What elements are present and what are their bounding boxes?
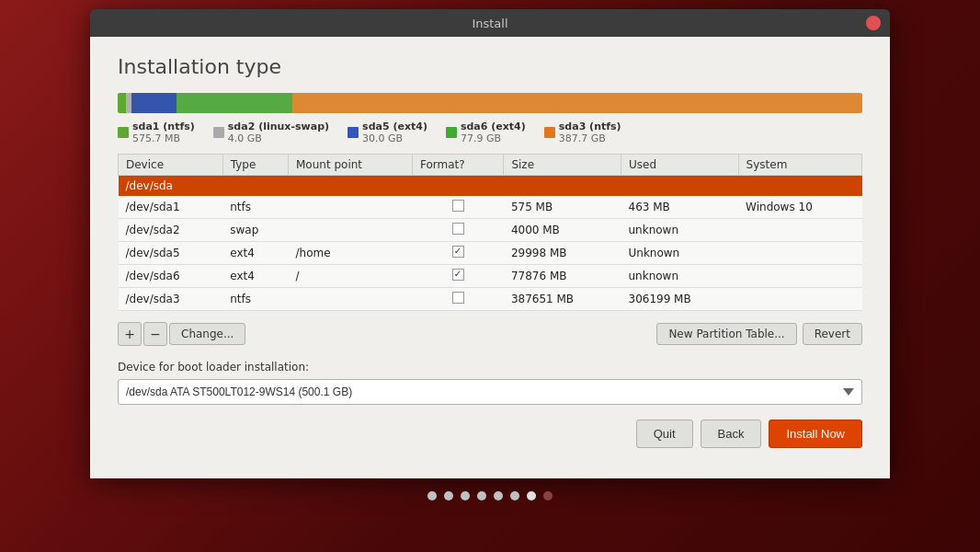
format-cell[interactable] bbox=[412, 288, 503, 311]
col-header-mountpoint: Mount point bbox=[289, 155, 413, 176]
progress-dots bbox=[427, 491, 553, 500]
format-checkbox[interactable] bbox=[452, 246, 464, 258]
used-cell: 463 MB bbox=[621, 196, 739, 219]
bootloader-label: Device for boot loader installation: bbox=[118, 361, 862, 374]
partition-segment-sda6 bbox=[177, 93, 292, 113]
device-cell: /dev/sda2 bbox=[119, 219, 223, 242]
progress-dot-5 bbox=[510, 491, 519, 500]
device-cell: /dev/sda5 bbox=[119, 242, 223, 265]
legend-sub-sda2: 4.0 GB bbox=[228, 132, 329, 144]
window-title: Install bbox=[472, 17, 507, 30]
revert-button[interactable]: Revert bbox=[803, 323, 862, 345]
legend-label-sda1: sda1 (ntfs) bbox=[132, 121, 195, 132]
install-window: Install Installation type sda1 (ntfs) 57… bbox=[90, 9, 890, 478]
mount-cell: /home bbox=[289, 242, 413, 265]
system-cell bbox=[738, 219, 861, 242]
used-cell: unknown bbox=[621, 265, 739, 288]
page-title: Installation type bbox=[118, 55, 862, 78]
close-button[interactable] bbox=[866, 16, 881, 30]
legend-item-sda2: sda2 (linux-swap) 4.0 GB bbox=[213, 121, 329, 144]
format-cell[interactable] bbox=[412, 196, 503, 219]
type-cell: ext4 bbox=[222, 265, 288, 288]
mount-cell bbox=[289, 196, 413, 219]
legend-sub-sda6: 77.9 GB bbox=[461, 132, 526, 144]
remove-partition-button[interactable]: − bbox=[143, 322, 167, 346]
main-content: Installation type sda1 (ntfs) 575.7 MB s… bbox=[90, 37, 890, 478]
legend-color-sda6 bbox=[446, 127, 457, 138]
progress-dot-7 bbox=[543, 491, 553, 500]
size-cell: 575 MB bbox=[504, 196, 621, 219]
legend-sub-sda1: 575.7 MB bbox=[132, 132, 195, 144]
table-row[interactable]: /dev/sda3ntfs387651 MB306199 MB bbox=[119, 288, 862, 311]
system-cell: Windows 10 bbox=[738, 196, 861, 219]
table-row[interactable]: /dev/sda6ext4/77876 MBunknown bbox=[119, 265, 862, 288]
size-cell: 77876 MB bbox=[504, 265, 621, 288]
new-partition-table-button[interactable]: New Partition Table... bbox=[656, 323, 796, 345]
used-cell: unknown bbox=[621, 219, 739, 242]
col-header-system: System bbox=[738, 155, 861, 176]
legend-color-sda2 bbox=[213, 127, 224, 138]
device-cell: /dev/sda6 bbox=[119, 265, 223, 288]
used-cell: 306199 MB bbox=[621, 288, 739, 311]
bootloader-select[interactable]: /dev/sda ATA ST500LT012-9WS14 (500.1 GB) bbox=[118, 379, 862, 405]
titlebar: Install bbox=[90, 9, 890, 37]
progress-dot-3 bbox=[477, 491, 486, 500]
progress-dot-4 bbox=[494, 491, 503, 500]
legend-item-sda5: sda5 (ext4) 30.0 GB bbox=[348, 121, 427, 144]
used-cell: Unknown bbox=[621, 242, 739, 265]
format-cell[interactable] bbox=[412, 219, 503, 242]
legend-label-sda3: sda3 (ntfs) bbox=[559, 121, 621, 132]
progress-dot-6 bbox=[527, 491, 536, 500]
legend-item-sda3: sda3 (ntfs) 387.7 GB bbox=[544, 121, 621, 144]
install-now-button[interactable]: Install Now bbox=[769, 420, 862, 448]
device-cell: /dev/sda3 bbox=[119, 288, 223, 311]
partition-segment-sda1 bbox=[118, 93, 126, 113]
legend-item-sda6: sda6 (ext4) 77.9 GB bbox=[446, 121, 526, 144]
format-checkbox[interactable] bbox=[452, 223, 464, 235]
table-row[interactable]: /dev/sda5ext4/home29998 MBUnknown bbox=[119, 242, 862, 265]
progress-dot-2 bbox=[461, 491, 470, 500]
legend-label-sda5: sda5 (ext4) bbox=[362, 121, 427, 132]
system-cell bbox=[738, 265, 861, 288]
size-cell: 387651 MB bbox=[504, 288, 621, 311]
progress-dot-1 bbox=[444, 491, 453, 500]
format-cell[interactable] bbox=[412, 242, 503, 265]
quit-button[interactable]: Quit bbox=[636, 420, 693, 448]
legend-color-sda3 bbox=[544, 127, 555, 138]
partition-segment-sda5 bbox=[131, 93, 177, 113]
mount-cell: / bbox=[289, 265, 413, 288]
type-cell: swap bbox=[222, 219, 288, 242]
mount-cell bbox=[289, 219, 413, 242]
legend-color-sda5 bbox=[348, 127, 359, 138]
legend-color-sda1 bbox=[118, 127, 129, 138]
type-cell: ntfs bbox=[222, 288, 288, 311]
change-button[interactable]: Change... bbox=[169, 323, 245, 345]
partition-table: DeviceTypeMount pointFormat?SizeUsedSyst… bbox=[118, 154, 862, 311]
legend-label-sda6: sda6 (ext4) bbox=[461, 121, 526, 132]
partition-segment-sda3 bbox=[292, 93, 862, 113]
table-controls: + − Change... New Partition Table... Rev… bbox=[118, 322, 862, 346]
right-table-buttons: New Partition Table... Revert bbox=[656, 323, 862, 345]
format-checkbox[interactable] bbox=[452, 200, 464, 212]
size-cell: 4000 MB bbox=[504, 219, 621, 242]
mount-cell bbox=[289, 288, 413, 311]
legend-sub-sda5: 30.0 GB bbox=[362, 132, 427, 144]
back-button[interactable]: Back bbox=[701, 420, 762, 448]
col-header-size: Size bbox=[504, 155, 621, 176]
col-header-type: Type bbox=[222, 155, 288, 176]
col-header-device: Device bbox=[119, 155, 223, 176]
table-row[interactable]: /dev/sda2swap4000 MBunknown bbox=[119, 219, 862, 242]
format-checkbox[interactable] bbox=[452, 292, 464, 304]
add-partition-button[interactable]: + bbox=[118, 322, 142, 346]
table-row[interactable]: /dev/sda1ntfs575 MB463 MBWindows 10 bbox=[119, 196, 862, 219]
format-cell[interactable] bbox=[412, 265, 503, 288]
type-cell: ext4 bbox=[222, 242, 288, 265]
legend-sub-sda3: 387.7 GB bbox=[559, 132, 621, 144]
system-cell bbox=[738, 288, 861, 311]
action-buttons: Quit Back Install Now bbox=[118, 420, 862, 448]
legend-item-sda1: sda1 (ntfs) 575.7 MB bbox=[118, 121, 195, 144]
format-checkbox[interactable] bbox=[452, 269, 464, 281]
partition-group-row[interactable]: /dev/sda bbox=[119, 176, 862, 197]
system-cell bbox=[738, 242, 861, 265]
partition-bar bbox=[118, 93, 862, 113]
